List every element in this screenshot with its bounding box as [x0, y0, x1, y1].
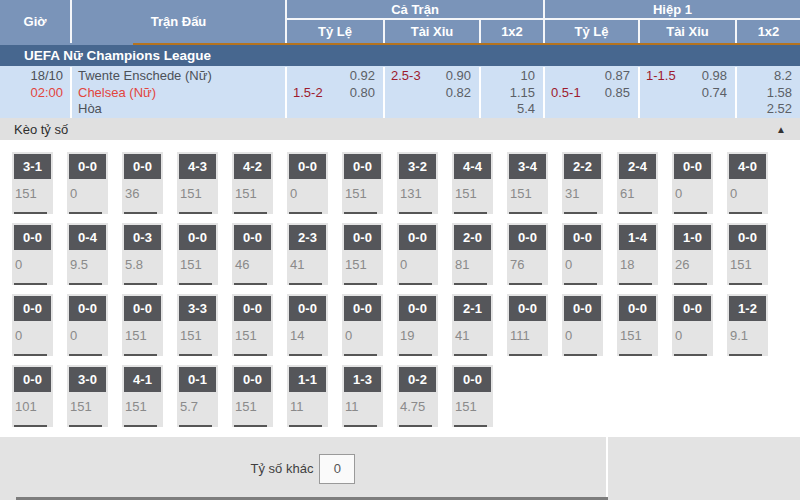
score-cell[interactable]: 4-1 151 — [122, 365, 163, 427]
score-cell[interactable]: 0-0 0 — [397, 223, 438, 285]
score-odds: 151 — [177, 250, 218, 272]
score-cell[interactable]: 0-0 0 — [342, 294, 383, 356]
score-cell[interactable]: 0-0 36 — [122, 152, 163, 214]
score-odds: 151 — [122, 321, 163, 343]
score-cell[interactable]: 0-0 0 — [12, 294, 53, 356]
score-cell[interactable]: 1-4 18 — [617, 223, 658, 285]
score-cell[interactable]: 0-0 0 — [562, 223, 603, 285]
odds-table-header: Giờ Trận Đấu Cả Trận Tỷ Lệ Tài Xỉu 1x2 H… — [0, 0, 800, 43]
score-cell[interactable]: 0-4 9.5 — [67, 223, 108, 285]
league-name: UEFA Nữ Champions League — [24, 48, 211, 63]
score-cell[interactable]: 4-0 0 — [727, 152, 768, 214]
score-cell[interactable]: 0-3 5.8 — [122, 223, 163, 285]
odds-value: 8.2 — [774, 68, 792, 85]
full-1x2-away[interactable]: 1.15 — [481, 85, 543, 102]
score-cell[interactable]: 0-0 0 — [672, 152, 713, 214]
full-under-odds[interactable]: 0.82 — [385, 85, 479, 102]
score-odds: 151 — [232, 179, 273, 201]
score-cell[interactable]: 0-0 0 — [562, 294, 603, 356]
odds-value: 1.58 — [767, 85, 792, 102]
score-cell[interactable]: 0-0 151 — [232, 294, 273, 356]
score-cell[interactable]: 0-0 19 — [397, 294, 438, 356]
score-cell[interactable]: 4-3 151 — [177, 152, 218, 214]
score-cell[interactable]: 2-3 41 — [287, 223, 328, 285]
h1-under-odds[interactable]: 0.74 — [640, 85, 735, 102]
score-cell[interactable]: 4-2 151 — [232, 152, 273, 214]
score-cell[interactable]: 0-2 4.75 — [397, 365, 438, 427]
score-cell[interactable]: 0-0 151 — [232, 365, 273, 427]
score-odds: 101 — [12, 392, 53, 414]
odds-value: 0.80 — [350, 85, 375, 102]
score-odds: 9.1 — [727, 321, 768, 343]
score-odds: 0 — [727, 179, 768, 201]
score-cell[interactable]: 3-3 151 — [177, 294, 218, 356]
full-handicap-top[interactable]: 0.92 — [287, 68, 383, 85]
score-label: 0-3 — [124, 225, 161, 250]
score-odds: 76 — [507, 250, 548, 272]
score-cell[interactable]: 0-1 5.7 — [177, 365, 218, 427]
score-cell[interactable]: 0-0 151 — [452, 365, 493, 427]
score-section-header[interactable]: Kèo tỷ số ▲ — [0, 118, 800, 140]
score-cell[interactable]: 0-0 0 — [67, 152, 108, 214]
col-header-match: Trận Đấu — [72, 0, 287, 43]
score-cell[interactable]: 0-0 151 — [342, 152, 383, 214]
score-cell[interactable]: 3-4 151 — [507, 152, 548, 214]
score-cell[interactable]: 0-0 151 — [342, 223, 383, 285]
score-cell[interactable]: 3-1 151 — [12, 152, 53, 214]
other-score-box[interactable]: 0 — [319, 454, 355, 484]
score-label: 0-0 — [344, 154, 381, 179]
score-label: 0-1 — [179, 367, 216, 392]
score-cell[interactable]: 0-0 151 — [122, 294, 163, 356]
full-1x2-home[interactable]: 10 — [481, 68, 543, 85]
h1-handicap-top[interactable]: 0.87 — [545, 68, 638, 85]
score-cell[interactable]: 1-3 11 — [342, 365, 383, 427]
score-cell[interactable]: 2-4 61 — [617, 152, 658, 214]
score-cell[interactable]: 0-0 151 — [177, 223, 218, 285]
odds-value: 0.87 — [605, 68, 630, 85]
first-half-subcolumns: Tỷ Lệ Tài Xỉu 1x2 — [545, 20, 800, 43]
score-cell[interactable]: 2-0 81 — [452, 223, 493, 285]
col-header-1x2-h1: 1x2 — [737, 20, 800, 43]
score-cell[interactable]: 0-0 111 — [507, 294, 548, 356]
score-cell[interactable]: 0-0 101 — [12, 365, 53, 427]
score-odds: 131 — [397, 179, 438, 201]
score-label: 2-3 — [289, 225, 326, 250]
h1-1x2-home[interactable]: 8.2 — [737, 68, 800, 85]
h1-handicap-cell: 0.87 0.5-10.85 — [545, 67, 640, 118]
col-header-time-label: Giờ — [24, 14, 47, 29]
score-cell[interactable]: 0-0 76 — [507, 223, 548, 285]
score-cell[interactable]: 0-0 151 — [727, 223, 768, 285]
score-cell[interactable]: 2-1 41 — [452, 294, 493, 356]
h1-handicap-bottom[interactable]: 0.5-10.85 — [545, 85, 638, 102]
score-cell[interactable]: 2-2 31 — [562, 152, 603, 214]
full-over-odds[interactable]: 2.5-30.90 — [385, 68, 479, 85]
score-cell[interactable]: 0-0 0 — [12, 223, 53, 285]
h1-1x2-draw[interactable]: 2.52 — [737, 101, 800, 118]
score-cell[interactable]: 4-4 151 — [452, 152, 493, 214]
score-cell[interactable]: 0-0 0 — [672, 294, 713, 356]
h1-1x2-away[interactable]: 1.58 — [737, 85, 800, 102]
score-label: 1-0 — [674, 225, 711, 250]
score-cell[interactable]: 1-0 26 — [672, 223, 713, 285]
score-cell[interactable]: 0-0 0 — [287, 152, 328, 214]
score-cell[interactable]: 0-0 151 — [617, 294, 658, 356]
match-date: 18/10 — [0, 68, 63, 85]
score-cell[interactable]: 1-2 9.1 — [727, 294, 768, 356]
score-label: 3-4 — [509, 154, 546, 179]
score-cell[interactable]: 0-0 0 — [67, 294, 108, 356]
score-cell[interactable]: 0-0 14 — [287, 294, 328, 356]
score-cell[interactable]: 3-2 131 — [397, 152, 438, 214]
h1-over-odds[interactable]: 1-1.50.98 — [640, 68, 735, 85]
score-footer: Tỷ số khác 0 — [0, 437, 800, 500]
score-cell[interactable]: 1-1 11 — [287, 365, 328, 427]
full-handicap-bottom[interactable]: 1.5-20.80 — [287, 85, 383, 102]
league-header-bar: UEFA Nữ Champions League — [0, 45, 800, 66]
score-odds: 151 — [342, 179, 383, 201]
score-cell[interactable]: 3-0 151 — [67, 365, 108, 427]
score-cell[interactable]: 0-0 46 — [232, 223, 273, 285]
full-match-title: Cả Trận — [287, 0, 543, 20]
collapse-arrow-icon[interactable]: ▲ — [776, 124, 786, 135]
full-1x2-draw[interactable]: 5.4 — [481, 101, 543, 118]
score-label: 2-0 — [454, 225, 491, 250]
score-row: 0-0 0 0-0 0 0-0 151 3-3 151 0-0 151 0-0 … — [12, 294, 800, 356]
